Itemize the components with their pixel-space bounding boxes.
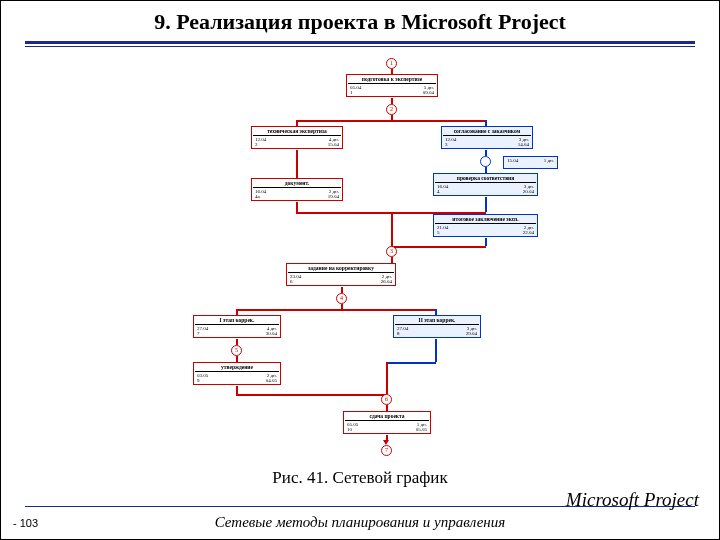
task-title: проверка соответствия xyxy=(435,175,536,183)
task-id: 4a xyxy=(253,194,262,199)
connector xyxy=(296,202,298,212)
task-box: II этап коррек. 27.043 дн. 829.04 xyxy=(393,315,481,338)
task-fin: 09.04 xyxy=(421,90,436,95)
node-7: 7 xyxy=(381,445,392,456)
connector xyxy=(296,150,298,178)
task-fin: 05.05 xyxy=(414,427,429,432)
connector xyxy=(391,246,486,248)
connector xyxy=(236,394,386,396)
connector xyxy=(236,386,238,394)
task-box: документ. 16.042 дн. 4a19.04 xyxy=(251,178,343,201)
task-id: 7 xyxy=(195,331,202,336)
connector xyxy=(435,339,437,362)
connector xyxy=(236,309,436,311)
task-title: согласование с заказчиком xyxy=(443,128,531,136)
figure-caption: Рис. 41. Сетевой график xyxy=(1,468,719,488)
task-fin: 20.04 xyxy=(521,189,536,194)
task-fin: 26.04 xyxy=(379,279,394,284)
task-title: техническая экспертиза xyxy=(253,128,341,136)
task-id: 8 xyxy=(395,331,402,336)
footer-right-text: Microsoft Project xyxy=(566,489,699,511)
task-box: проверка соответствия 16.043 дн. 420.04 xyxy=(433,173,538,196)
connector xyxy=(386,362,436,364)
connector xyxy=(391,212,393,246)
task-fin: 15.04 xyxy=(326,142,341,147)
task-id: 1 xyxy=(348,90,355,95)
task-title: подготовка к экспертизе xyxy=(348,76,436,84)
task-title: итоговое заключение эксп. xyxy=(435,216,536,224)
task-box-small: 15.041 дн. xyxy=(503,156,558,169)
connector xyxy=(485,197,487,212)
task-start: 15.04 xyxy=(505,158,520,163)
connector xyxy=(296,120,486,122)
task-box: I этап коррек. 27.044 дн. 730.04 xyxy=(193,315,281,338)
node-ext xyxy=(480,156,491,167)
task-id: 9 xyxy=(195,378,202,383)
task-id: 10 xyxy=(345,427,354,432)
task-box: техническая экспертиза 12.044 дн. 215.04 xyxy=(251,126,343,149)
task-id: 3 xyxy=(443,142,450,147)
node-5: 5 xyxy=(231,345,242,356)
task-title: утверждение xyxy=(195,364,279,372)
task-box: утверждение 03.052 дн. 904.05 xyxy=(193,362,281,385)
task-box: подготовка к экспертизе 05.045 дн. 109.0… xyxy=(346,74,438,97)
task-title: задание на корректировку xyxy=(288,265,394,273)
task-fin: 14.04 xyxy=(516,142,531,147)
connector xyxy=(386,362,388,394)
task-id: 2 xyxy=(253,142,260,147)
task-title: II этап коррек. xyxy=(395,317,479,325)
task-fin: 22.04 xyxy=(521,230,536,235)
task-box: согласование с заказчиком 12.043 дн. 314… xyxy=(441,126,533,149)
task-fin: 04.05 xyxy=(264,378,279,383)
task-dur: 1 дн. xyxy=(542,158,556,163)
task-id: 4 xyxy=(435,189,442,194)
title-underline xyxy=(25,41,695,47)
task-box: задание на корректировку 23.042 дн. 626.… xyxy=(286,263,396,286)
task-title: сдача проекта xyxy=(345,413,429,421)
node-4: 4 xyxy=(336,293,347,304)
node-3: 3 xyxy=(386,246,397,257)
task-title: I этап коррек. xyxy=(195,317,279,325)
task-box: итоговое заключение эксп. 21.042 дн. 522… xyxy=(433,214,538,237)
task-box: сдача проекта 05.051 дн. 1005.05 xyxy=(343,411,431,434)
task-fin: 30.04 xyxy=(264,331,279,336)
node-1: 1 xyxy=(386,58,397,69)
node-2: 2 xyxy=(386,104,397,115)
connector xyxy=(485,238,487,246)
slide-title: 9. Реализация проекта в Microsoft Projec… xyxy=(1,9,719,35)
network-diagram: 1 подготовка к экспертизе 05.045 дн. 109… xyxy=(181,56,571,461)
footer-center-text: Сетевые методы планирования и управления xyxy=(1,514,719,531)
task-fin: 19.04 xyxy=(326,194,341,199)
task-fin: 29.04 xyxy=(464,331,479,336)
task-id: 6 xyxy=(288,279,295,284)
task-title: документ. xyxy=(253,180,341,188)
task-id: 5 xyxy=(435,230,442,235)
node-6: 6 xyxy=(381,394,392,405)
